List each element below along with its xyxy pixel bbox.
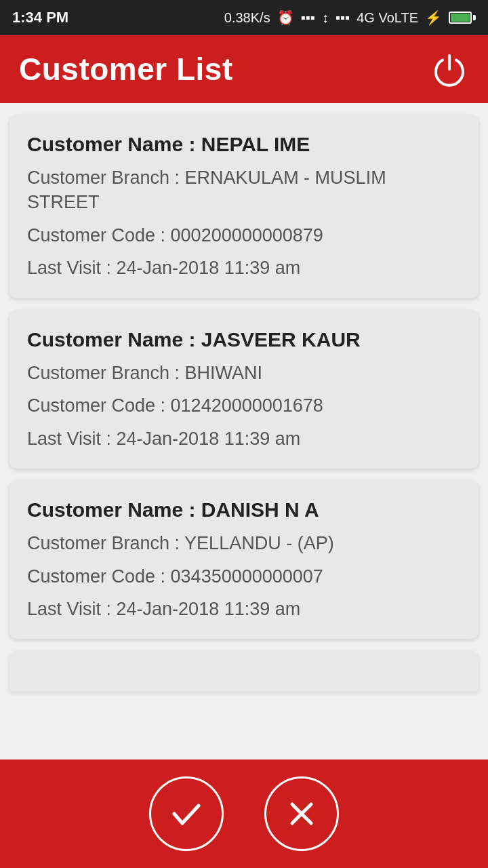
status-bar: 1:34 PM 0.38K/s ⏰ ▪▪▪ ↕ ▪▪▪ 4G VoLTE ⚡ [0, 0, 488, 35]
customer-branch: Customer Branch : BHIWANI [27, 361, 461, 385]
app-header: Customer List [0, 35, 488, 103]
status-alarm-icon: ⏰ [277, 9, 294, 26]
status-right: 0.38K/s ⏰ ▪▪▪ ↕ ▪▪▪ 4G VoLTE ⚡ [224, 9, 476, 26]
page-title: Customer List [19, 51, 233, 87]
customer-card[interactable]: Customer Name : NEPAL IME Customer Branc… [9, 115, 479, 298]
power-button[interactable] [430, 50, 469, 89]
customer-last-visit: Last Visit : 24-Jan-2018 11:39 am [27, 597, 461, 621]
customer-branch: Customer Branch : ERNAKULAM - MUSLIM STR… [27, 165, 461, 215]
check-icon [167, 795, 205, 833]
status-signal-icon2: ↕ [322, 10, 329, 26]
customer-list: Customer Name : NEPAL IME Customer Branc… [0, 103, 488, 760]
customer-card[interactable]: Customer Name : DANISH N A Customer Bran… [9, 481, 479, 639]
customer-card-partial[interactable] [9, 651, 479, 692]
status-time: 1:34 PM [12, 9, 68, 26]
customer-last-visit: Last Visit : 24-Jan-2018 11:39 am [27, 256, 461, 280]
customer-code: Customer Code : 000200000000879 [27, 223, 461, 248]
confirm-button[interactable] [149, 776, 224, 851]
status-network-type: 4G VoLTE [357, 10, 418, 26]
customer-name: Customer Name : DANISH N A [27, 498, 461, 521]
status-signal-icon: ▪▪▪ [301, 10, 315, 26]
customer-branch: Customer Branch : YELLANDU - (AP) [27, 531, 461, 555]
battery-fill [451, 14, 470, 22]
cancel-button[interactable] [264, 776, 339, 851]
status-signal-bars: ▪▪▪ [336, 10, 350, 26]
customer-name: Customer Name : NEPAL IME [27, 133, 461, 156]
customer-last-visit: Last Visit : 24-Jan-2018 11:39 am [27, 427, 461, 451]
customer-card[interactable]: Customer Name : JASVEER KAUR Customer Br… [9, 311, 479, 469]
status-bolt-icon: ⚡ [425, 9, 442, 26]
battery-tip [473, 15, 476, 20]
power-icon [432, 52, 467, 87]
bottom-bar [0, 760, 488, 868]
close-icon [283, 795, 321, 833]
battery-body [449, 12, 472, 24]
customer-name: Customer Name : JASVEER KAUR [27, 328, 461, 351]
customer-code: Customer Code : 012420000001678 [27, 393, 461, 418]
customer-code: Customer Code : 034350000000007 [27, 564, 461, 589]
battery-icon [449, 12, 476, 24]
status-network: 0.38K/s [224, 10, 270, 26]
